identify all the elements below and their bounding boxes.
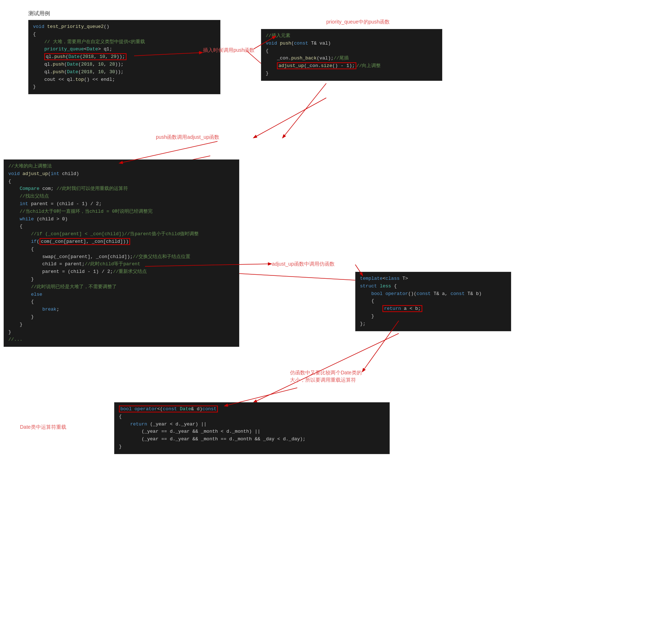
annotation-date-operator: Date类中运算符重载	[20, 424, 66, 431]
annotation-push-adjust: push函数调用adjust_up函数	[156, 134, 219, 141]
annotation-test-case: 测试用例	[28, 10, 50, 17]
annotation-priority-push: priority_queue中的push函数	[326, 19, 390, 25]
svg-line-5	[254, 333, 399, 402]
annotation-adjust-functor: adjust_up函数中调用仿函数	[272, 261, 335, 267]
annotation-insert-push: 插入时候调用push函数	[203, 47, 254, 54]
code-block-less: template<class T> struct less { bool ope…	[355, 272, 511, 331]
annotation-functor-compare2: 大小，所以要调用重载运算符	[290, 377, 356, 383]
annotation-functor-compare1: 仿函数中又要比较两个Date类的	[290, 370, 362, 376]
code-block-test: void test_priority_queue2() { // 大堆，需要用户…	[28, 20, 220, 94]
code-block-push: //插入元素 void push(const T& val) { _con.pu…	[261, 29, 442, 81]
code-block-adjust-up: //大堆的向上调整法 void adjust_up(int child) { C…	[4, 159, 239, 347]
svg-line-2	[254, 98, 326, 138]
page-container: 测试用例 void test_priority_queue2() { // 大堆…	[0, 0, 671, 644]
svg-line-8	[283, 83, 326, 138]
code-block-operator: bool operator<(const Date& d)const { ret…	[114, 402, 390, 454]
